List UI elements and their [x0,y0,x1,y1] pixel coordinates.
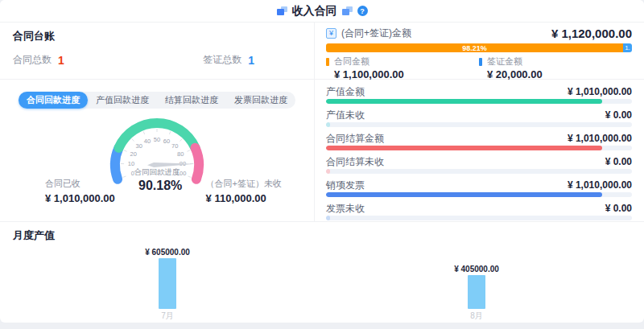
contract-total-label: 合同总数 [13,53,52,67]
progress-row-value: ¥ 0.00 [605,156,632,167]
bar-month-label: 8月 [440,310,513,322]
contract-visa-ratio-bar: 98.21% 1. [326,43,632,52]
progress-row-fill [326,192,602,197]
right-panel: ¥ (合同+签证)金额 ¥ 1,120,000.00 98.21% 1. 合同金… [314,23,644,221]
unreceived-value: ¥ 110,000.00 [206,192,282,204]
ratio-legend: 合同金额¥ 1,100,000.00签证金额¥ 20,000.00 [326,56,632,80]
legend-value: ¥ 20,000.00 [479,68,632,80]
monthly-output-section: 月度产值 ¥ 605000.007月¥ 405000.008月 [0,221,644,323]
left-panel: 合同台账 合同总数 1 签证总数 1 合同回款进度产值回款进度结算回款进度发票回… [0,23,314,221]
received-value: ¥ 1,010,000.00 [45,192,115,204]
visa-total-value: 1 [248,54,254,67]
contract-ledger-section: 合同台账 合同总数 1 签证总数 1 [0,23,314,80]
contract-total-value: 1 [58,54,64,67]
gauge-tick [180,139,182,142]
legend-mark [479,58,482,66]
progress-row-track [326,99,632,104]
progress-row-label: 发票未收 [326,202,365,216]
ledger-stats: 合同总数 1 签证总数 1 [13,53,301,67]
unreceived-label: （合同+签证）未收 [206,178,282,190]
progress-row: 销项发票¥ 1,010,000.00 [326,179,632,197]
visa-total-stat: 签证总数 1 [203,53,254,67]
bar-column [159,258,176,309]
progress-row-fill [326,122,330,127]
pages-icon [277,6,287,15]
progress-row-fill [326,169,330,174]
income-contract-dashboard: 收入合同 ? 合同台账 合同总数 1 签证总数 1 [0,0,644,323]
collection-progress-section: 合同回款进度产值回款进度结算回款进度发票回款进度 010203040506070… [0,80,314,221]
legend-mark [326,58,329,66]
progress-row-value: ¥ 1,010,000.00 [568,179,632,191]
progress-row-fill [326,99,602,104]
gauge-tick [132,139,134,142]
legend-value: ¥ 1,100,000.00 [326,68,479,80]
gauge-tick-label: 50 [154,136,160,143]
amount-progress-rows: 产值金额¥ 1,010,000.00产值未收¥ 0.00合同结算金额¥ 1,01… [315,80,644,225]
copy-icon [342,6,353,15]
progress-row-value: ¥ 1,010,000.00 [568,86,632,97]
gauge-tick-label: 60 [163,138,170,145]
unreceived-stat: （合同+签证）未收 ¥ 110,000.00 [206,178,282,204]
progress-row-label: 合同结算金额 [326,132,384,146]
progress-row-fill [326,146,602,150]
received-stat: 合同已收 ¥ 1,010,000.00 [45,178,115,204]
gauge-tick-label: 30 [136,142,142,150]
gauge-tick-label: 80 [177,150,184,158]
gauge-tick [169,131,170,134]
amount-summary-section: ¥ (合同+签证)金额 ¥ 1,120,000.00 98.21% 1. 合同金… [315,23,644,80]
bar-value-label: ¥ 405000.00 [440,265,513,273]
progress-row-label: 销项发票 [326,179,365,192]
progress-row-track [326,146,632,150]
tab-contract-collection[interactable]: 合同回款进度 [19,92,88,109]
contract-total-stat: 合同总数 1 [13,53,64,67]
tab-output-collection[interactable]: 产值回款进度 [88,92,157,109]
progress-row-label: 产值未收 [326,109,365,122]
tab-invoice-collection[interactable]: 发票回款进度 [226,92,295,109]
progress-row-label: 产值金额 [326,85,365,99]
gauge-stats-row: 合同已收 ¥ 1,010,000.00 90.18% （合同+签证）未收 ¥ 1… [0,178,314,204]
gauge-segment [196,148,200,179]
gauge-tick-label: 70 [171,142,178,150]
gauge-tick-label: 20 [130,150,137,158]
main-content: 合同台账 合同总数 1 签证总数 1 合同回款进度产值回款进度结算回款进度发票回… [0,23,644,221]
legend-label: 签证金额 [487,56,522,68]
amount-summary-total: ¥ 1,120,000.00 [551,27,632,40]
help-icon[interactable]: ? [357,6,368,16]
progress-row: 合同结算未收¥ 0.00 [326,155,632,174]
progress-row-value: ¥ 0.00 [605,109,632,121]
progress-row-fill [326,216,330,220]
bar-month-label: 7月 [131,310,204,322]
gauge-center-label: 合同回款进度 [134,167,180,176]
progress-row-track [326,169,632,174]
gauge-percent-value: 90.18% [115,179,206,193]
progress-row-track [326,192,632,197]
contract-ratio-segment: 98.21% [326,43,623,52]
progress-row: 产值金额¥ 1,010,000.00 [326,85,632,104]
tab-settlement-collection[interactable]: 结算回款进度 [157,92,226,109]
amount-icon: ¥ [326,28,336,39]
progress-row: 合同结算金额¥ 1,010,000.00 [326,132,632,150]
visa-total-label: 签证总数 [203,53,242,67]
progress-row-track [326,122,632,127]
ledger-title: 合同台账 [13,29,301,43]
progress-row-track [326,216,632,220]
legend-item: 签证金额¥ 20,000.00 [479,56,632,80]
progress-row-label: 合同结算未收 [326,155,384,169]
progress-row: 发票未收¥ 0.00 [326,202,632,220]
gauge-tick [143,131,144,134]
monthly-output-title: 月度产值 [13,228,631,243]
amount-summary-label: (合同+签证)金额 [341,27,411,40]
page-header: 收入合同 ? [0,0,644,23]
progress-row-value: ¥ 1,010,000.00 [568,133,632,144]
gauge-tick [187,150,190,152]
progress-tabs: 合同回款进度产值回款进度结算回款进度发票回款进度 [19,92,295,109]
gauge-tick [124,150,127,152]
legend-label: 合同金额 [334,56,369,68]
progress-row-value: ¥ 0.00 [605,203,632,214]
bar-group: ¥ 605000.00 [131,248,204,309]
visa-ratio-segment: 1. [623,43,632,52]
bar-value-label: ¥ 605000.00 [131,248,204,257]
gauge-tick-label: 40 [144,138,151,145]
bar-column [468,275,485,309]
progress-row: 产值未收¥ 0.00 [326,109,632,127]
